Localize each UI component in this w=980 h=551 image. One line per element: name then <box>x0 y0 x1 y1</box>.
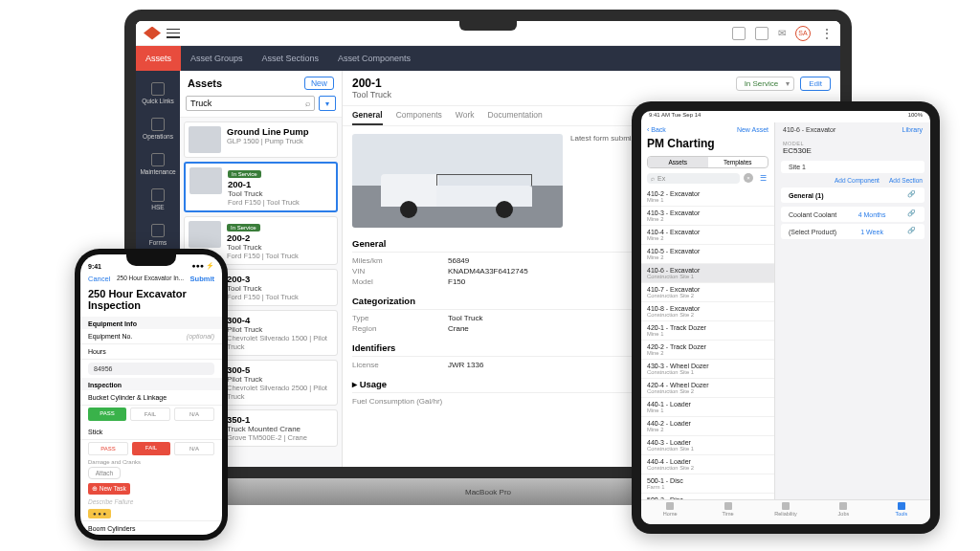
ipad-list-item[interactable]: 420-1 - Track DozerMine 1 <box>641 321 774 341</box>
ipad-list-item[interactable]: 410-8 - ExcavatorConstruction Site 2 <box>641 302 774 321</box>
edit-button[interactable]: Edit <box>800 77 831 91</box>
pm-row[interactable]: (Select Product)1 Week🔗 <box>781 224 924 239</box>
ipad-list-item[interactable]: 410-2 - ExcavatorMine 1 <box>641 187 774 207</box>
hamburger-icon[interactable] <box>167 29 180 38</box>
ipad-list-item[interactable]: 420-4 - Wheel DozerConstruction Site 2 <box>641 379 774 398</box>
ipad-list-item[interactable]: 440-1 - LoaderMine 1 <box>641 398 774 417</box>
ipad-list-item[interactable]: 430-3 - Wheel DozerConstruction Site 1 <box>641 360 774 379</box>
ipad-list-item[interactable]: 440-4 - LoaderConstruction Site 2 <box>641 455 774 474</box>
ipad-list-item[interactable]: 410-4 - ExcavatorMine 2 <box>641 226 774 245</box>
submit-button[interactable]: Submit <box>190 275 214 283</box>
ipad-tabbar: HomeTimeReliabilityJobsTools <box>641 499 930 524</box>
ipad-tab[interactable]: Time <box>699 500 756 524</box>
detail-tab[interactable]: General <box>352 110 383 125</box>
status-dropdown[interactable]: In Service <box>736 77 795 91</box>
pm-charting-title: PM Charting <box>641 137 774 154</box>
library-link[interactable]: Library <box>902 126 923 133</box>
yellow-tag[interactable]: ● ● ● <box>88 509 111 518</box>
stick-label: Stick <box>80 425 222 440</box>
asset-name: Tool Truck <box>352 90 736 99</box>
export-icon[interactable] <box>755 27 768 40</box>
nav-tab[interactable]: Assets <box>136 46 181 71</box>
new-asset-button[interactable]: New <box>304 77 334 90</box>
inspection-section: Inspection <box>80 378 222 390</box>
link-icon: 🔗 <box>907 227 917 236</box>
list-title: Assets <box>188 77 222 89</box>
bucket-passfail[interactable]: PASSFAILN/A <box>80 406 222 425</box>
ipad-tab[interactable]: Tools <box>873 500 930 524</box>
stick-passfail[interactable]: PASSFAILN/A <box>80 440 222 459</box>
asset-card[interactable]: In Service200-1Tool TruckFord F150 | Too… <box>184 162 338 212</box>
assets-templates-segment[interactable]: AssetsTemplates <box>647 156 768 168</box>
ipad-list-item[interactable]: 410-7 - ExcavatorConstruction Site 2 <box>641 283 774 302</box>
app-logo-icon <box>144 27 161 40</box>
pm-row[interactable]: Coolant Coolant4 Months🔗 <box>781 207 924 222</box>
site-row[interactable]: Site 1 <box>781 161 924 173</box>
general-section-header[interactable]: General (1) 🔗 <box>781 187 924 203</box>
bucket-label: Bucket Cylinder & Linkage <box>80 390 222 406</box>
asset-title: 410-6 - Excavator <box>783 126 835 133</box>
ipad-tab[interactable]: Home <box>641 500 699 524</box>
ipad-search-input[interactable]: ⌕ Ex <box>647 173 740 184</box>
sidebar-item[interactable]: HSE <box>136 183 180 216</box>
ipad-list-item[interactable]: 410-6 - ExcavatorConstruction Site 1 <box>641 264 774 283</box>
detail-tab[interactable]: Documentation <box>488 110 543 125</box>
sidebar-item[interactable]: Operations <box>136 112 180 145</box>
ipad-tab[interactable]: Reliability <box>757 500 814 524</box>
ipad-list-item[interactable]: 440-2 - LoaderMine 2 <box>641 417 774 436</box>
ipad-list-item[interactable]: 440-3 - LoaderConstruction Site 1 <box>641 436 774 455</box>
asset-search-input[interactable]: Truck ⌕ <box>186 96 315 111</box>
nav-tab[interactable]: Asset Components <box>328 46 420 71</box>
cancel-button[interactable]: Cancel <box>88 275 110 283</box>
chat-icon[interactable]: ✉ <box>778 28 786 38</box>
section-label: Equipment Info <box>80 317 222 329</box>
add-section-link[interactable]: Add Section <box>889 177 923 184</box>
boom-label: Boom Cylinders <box>80 520 222 535</box>
search-icon: ⌕ <box>305 99 310 108</box>
back-button[interactable]: ‹ Back <box>647 126 666 133</box>
new-asset-link[interactable]: New Asset <box>737 126 768 133</box>
damage-label: Damage and Cranks <box>80 459 222 465</box>
nav-tab[interactable]: Asset Groups <box>181 46 253 71</box>
doc-icon[interactable] <box>732 27 746 40</box>
nav-tab[interactable]: Asset Sections <box>253 46 329 71</box>
ipad-tab[interactable]: Jobs <box>814 500 872 524</box>
primary-nav: AssetsAsset GroupsAsset SectionsAsset Co… <box>136 46 840 71</box>
asset-card[interactable]: Ground Line PumpGLP 1500 | Pump Truck <box>184 121 338 158</box>
more-icon[interactable]: ⋮ <box>820 26 833 41</box>
filter-button[interactable]: ▾ <box>319 96 336 111</box>
ipad-list-item[interactable]: 410-3 - ExcavatorMine 2 <box>641 207 774 226</box>
model-value: EC530E <box>783 146 923 155</box>
new-task-badge[interactable]: ⊕ New Task <box>88 483 130 495</box>
attach-button[interactable]: Attach <box>88 467 121 479</box>
ipad-list-item[interactable]: 410-5 - ExcavatorMine 2 <box>641 245 774 264</box>
equipment-no-row[interactable]: Equipment No.(optional) <box>80 329 222 344</box>
hours-label: Hours <box>80 344 222 360</box>
filter-icon[interactable]: ☰ <box>757 172 768 184</box>
avatar[interactable]: SA <box>795 26 811 41</box>
detail-tab[interactable]: Work <box>456 110 475 125</box>
ipad-device: 9:41 AM Tue Sep 14100% ‹ Back New Asset … <box>632 101 940 534</box>
ipad-list-item[interactable]: 420-2 - Track DozerMine 2 <box>641 341 774 360</box>
hours-input[interactable]: 84956 <box>88 363 214 375</box>
ipad-list-item[interactable]: 500-1 - DiscFarm 1 <box>641 474 774 494</box>
asset-hero-image <box>352 134 563 228</box>
describe-placeholder[interactable]: Describe Failure <box>88 498 214 505</box>
form-title: 250 Hour Excavator Inspection <box>80 286 222 317</box>
iphone-device: 9:41●●● ⚡ Cancel 250 Hour Excavator In..… <box>75 249 228 540</box>
sidebar-item[interactable]: Quick Links <box>136 77 180 110</box>
asset-id: 200-1 <box>352 77 736 90</box>
sidebar-item[interactable]: Maintenance <box>136 147 180 181</box>
sidebar-item[interactable]: Forms <box>136 218 180 252</box>
link-icon: 🔗 <box>907 209 917 219</box>
add-component-link[interactable]: Add Component <box>835 177 880 184</box>
ipad-statusbar: 9:41 AM Tue Sep 14100% <box>641 111 930 122</box>
detail-tab[interactable]: Components <box>396 110 442 125</box>
clear-search-icon[interactable]: × <box>744 173 753 183</box>
link-icon: 🔗 <box>907 190 917 200</box>
form-header: 250 Hour Excavator In... <box>117 275 184 283</box>
